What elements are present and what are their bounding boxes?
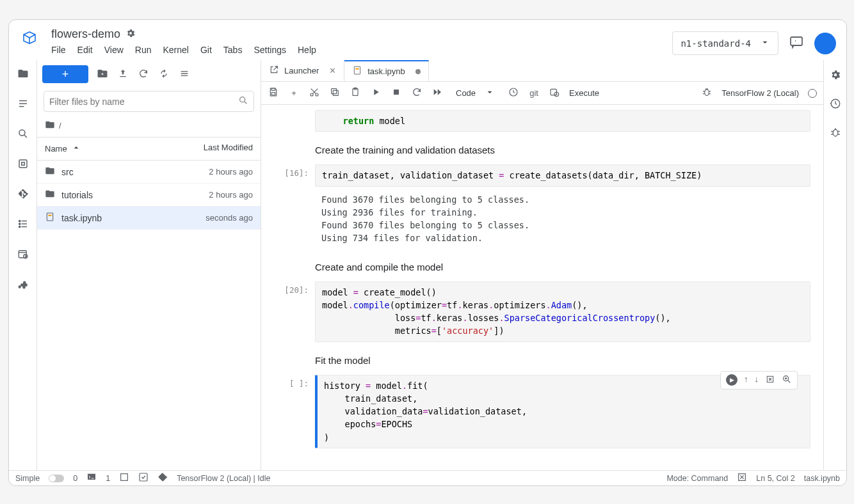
extensions-icon[interactable] — [17, 278, 29, 292]
markdown-text: Create the training and validation datas… — [315, 134, 810, 162]
file-filter[interactable] — [44, 91, 254, 112]
terminal-icon[interactable] — [86, 472, 97, 484]
running-icon[interactable] — [17, 158, 29, 171]
app-window: flowers-demo FileEditViewRunKernelGitTab… — [8, 19, 847, 486]
markdown-cell[interactable]: Create the training and validation datas… — [264, 134, 810, 162]
restart-icon[interactable] — [411, 87, 423, 99]
schedule-icon[interactable] — [17, 248, 29, 262]
code-cell[interactable]: [16]:train_dataset, validation_dataset =… — [264, 164, 810, 186]
history-icon[interactable] — [830, 98, 841, 111]
menu-item-edit[interactable]: Edit — [77, 45, 93, 55]
menu-item-settings[interactable]: Settings — [254, 45, 286, 55]
git-icon[interactable] — [17, 188, 29, 201]
kernel-name[interactable]: TensorFlow 2 (Local) — [721, 88, 799, 98]
toc-icon[interactable] — [17, 98, 29, 111]
settings-gear-icon[interactable] — [830, 69, 841, 83]
file-row[interactable]: tutorials2 hours ago — [37, 184, 261, 207]
save-icon[interactable] — [268, 87, 279, 99]
menu-item-help[interactable]: Help — [298, 45, 316, 55]
notebook-toolbar: + Code git Execute TensorFlow 2 (Local — [261, 82, 823, 105]
copy-icon[interactable] — [329, 87, 341, 99]
code-input[interactable]: return model — [315, 110, 810, 132]
tab-task-ipynb[interactable]: task.ipynb — [344, 60, 429, 81]
kernel-status-text[interactable]: TensorFlow 2 (Local) | Idle — [177, 474, 270, 483]
view-list-icon[interactable] — [178, 68, 191, 81]
cell-action-toolbar: ▶↑↓ — [720, 371, 798, 390]
code-input[interactable]: train_dataset, validation_dataset = crea… — [315, 164, 810, 186]
move-down-icon[interactable]: ↓ — [755, 374, 759, 386]
markdown-text: Create and compile the model — [315, 251, 810, 279]
simple-mode-toggle[interactable] — [49, 475, 64, 482]
execute-clock-icon[interactable] — [549, 87, 560, 99]
file-name: task.ipynb — [61, 213, 205, 223]
run-cell-icon[interactable]: ▶ — [726, 374, 737, 386]
debug-icon[interactable] — [701, 87, 713, 99]
svg-rect-26 — [271, 88, 275, 90]
file-modified: 2 hours ago — [209, 190, 253, 200]
execute-button[interactable]: Execute — [569, 88, 599, 98]
code-cell[interactable]: return model — [264, 110, 810, 132]
file-breadcrumb[interactable]: / — [37, 114, 261, 138]
paste-icon[interactable] — [350, 87, 361, 99]
zoom-cell-icon[interactable] — [782, 374, 792, 386]
column-header-name[interactable]: Name — [45, 143, 176, 155]
svg-rect-48 — [140, 473, 147, 481]
tab-launcher[interactable]: Launcher✕ — [261, 60, 344, 81]
comments-icon[interactable] — [789, 35, 804, 52]
menu-item-kernel[interactable]: Kernel — [163, 45, 188, 55]
git-status-icon[interactable] — [157, 472, 168, 484]
list-icon[interactable] — [17, 218, 29, 232]
file-row[interactable]: src2 hours ago — [37, 161, 261, 184]
delete-cell-icon[interactable] — [765, 374, 775, 386]
new-launcher-button[interactable]: + — [42, 65, 88, 83]
move-up-icon[interactable]: ↑ — [744, 374, 748, 386]
notebook-content[interactable]: return modelCreate the training and vali… — [261, 105, 823, 470]
column-header-modified[interactable]: Last Modified — [176, 143, 253, 155]
simple-mode-label[interactable]: Simple — [15, 474, 40, 483]
refresh-icon[interactable] — [137, 68, 150, 81]
folder-icon[interactable] — [17, 68, 29, 81]
clock-icon[interactable] — [508, 87, 519, 99]
git-sync-icon[interactable] — [157, 68, 170, 81]
menu-item-file[interactable]: File — [51, 45, 66, 55]
tab-strip: Launcher✕task.ipynb — [261, 60, 823, 82]
markdown-cell[interactable]: Create and compile the model — [264, 251, 810, 279]
svg-rect-0 — [791, 37, 802, 45]
menu-item-view[interactable]: View — [104, 45, 124, 55]
status-count-0[interactable]: 0 — [73, 474, 77, 483]
cut-icon[interactable] — [309, 87, 320, 99]
close-icon[interactable]: ✕ — [329, 66, 336, 75]
search-icon[interactable] — [17, 128, 29, 141]
menu-item-tabs[interactable]: Tabs — [223, 45, 243, 55]
box-icon[interactable] — [119, 472, 129, 484]
code-cell[interactable]: [20]:model = create_model() model.compil… — [264, 281, 810, 342]
mode-label: Mode: Command — [666, 474, 728, 483]
project-settings-icon[interactable] — [125, 28, 136, 40]
check-icon[interactable] — [138, 472, 149, 484]
markdown-cell[interactable]: Fit the model — [264, 345, 810, 372]
menu-item-run[interactable]: Run — [135, 45, 152, 55]
stop-icon[interactable] — [391, 87, 402, 99]
cell-prompt: [16]: — [264, 164, 315, 186]
bug-icon[interactable] — [830, 127, 841, 140]
notebook-trust-icon[interactable] — [737, 472, 747, 484]
cell-type-select[interactable]: Code — [452, 86, 499, 100]
svg-line-21 — [245, 102, 246, 104]
machine-type-select[interactable]: n1-standard-4 — [672, 31, 778, 55]
notebook-file-icon — [45, 212, 56, 224]
user-avatar[interactable] — [814, 33, 836, 54]
add-cell-icon[interactable]: + — [288, 88, 300, 98]
status-count-1[interactable]: 1 — [106, 474, 110, 483]
upload-icon[interactable] — [117, 68, 129, 81]
git-text-button[interactable]: git — [528, 88, 540, 98]
file-filter-input[interactable] — [49, 97, 238, 107]
code-input[interactable]: model = create_model() model.compile(opt… — [315, 281, 810, 342]
notebook-area: Launcher✕task.ipynb + Code git Execute — [261, 60, 823, 470]
cell-prompt: [ ]: — [264, 375, 315, 448]
file-browser: + / Name Last Modified — [37, 60, 261, 470]
run-icon[interactable] — [370, 87, 382, 99]
run-all-icon[interactable] — [431, 87, 443, 99]
file-row[interactable]: task.ipynbseconds ago — [37, 207, 261, 230]
menu-item-git[interactable]: Git — [200, 45, 212, 55]
new-folder-icon[interactable] — [96, 68, 109, 81]
